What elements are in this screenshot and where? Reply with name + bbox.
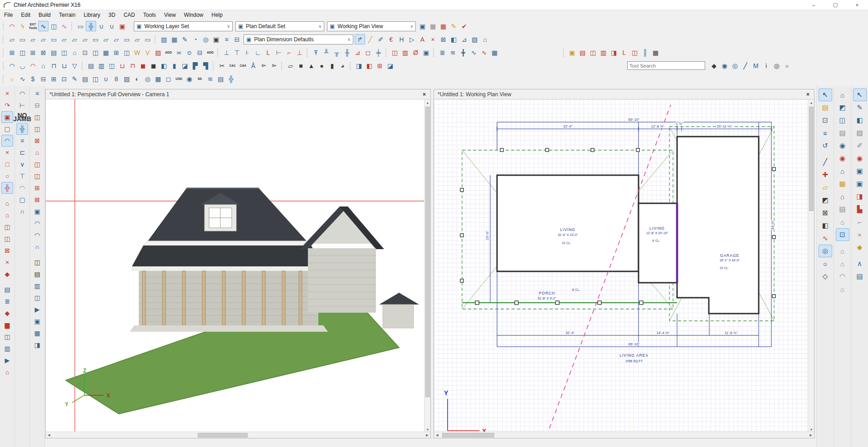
vertical-scrollbar[interactable]: ▲ ▼	[808, 99, 814, 432]
menu-item[interactable]: Edit	[17, 10, 34, 20]
wall-tool[interactable]: ◫	[59, 47, 69, 58]
spray-icon[interactable]: ◧	[853, 114, 867, 127]
frame-check-icon[interactable]: ⊡	[819, 114, 832, 127]
dimension-tool[interactable]: ⊠	[438, 34, 449, 44]
dimension-tool[interactable]: ◧	[449, 34, 459, 44]
wall-x-icon[interactable]: ×	[1, 256, 13, 268]
grid2-icon[interactable]: ▦	[31, 327, 43, 339]
layer-stack-icon[interactable]: ▣	[853, 177, 867, 190]
cabinet-tool[interactable]: ▭	[142, 34, 153, 44]
wall-open-icon[interactable]: ◫	[836, 114, 849, 127]
dimension-tool[interactable]: H	[396, 34, 407, 44]
framing-tool[interactable]: Ŧ	[311, 47, 321, 58]
cad-box-icon[interactable]: □	[1, 158, 13, 170]
add-floor-tool[interactable]: ADD	[163, 47, 174, 58]
vertical-scrollbar[interactable]: ▲ ▼	[424, 99, 430, 432]
close-button[interactable]: ×	[846, 0, 868, 10]
menu-item[interactable]: Build	[34, 10, 55, 20]
default-set-dropdown[interactable]: ▣ Plan Default Set ∨	[235, 21, 324, 31]
cabinet-tool[interactable]: ▱	[28, 34, 38, 44]
toolbar-config-icon[interactable]: ∿	[38, 21, 49, 31]
contour-tool[interactable]: ◐	[132, 74, 142, 84]
dimension-tool[interactable]: ▧	[469, 34, 480, 44]
drag-grip[interactable]	[350, 62, 351, 70]
stair-tool[interactable]: ▮	[169, 60, 180, 71]
wall-tool[interactable]: ⊠	[38, 47, 49, 58]
house-icon[interactable]: ⌂	[1, 209, 13, 221]
spray-check-icon[interactable]: ◎	[819, 245, 832, 257]
face-tool[interactable]: ◧	[364, 60, 375, 71]
framing-tool[interactable]: ╨	[321, 47, 332, 58]
copy-view-icon[interactable]: ▣	[417, 21, 428, 31]
x-box-icon[interactable]: ⊠	[819, 206, 832, 219]
camera-icon[interactable]: ◉	[836, 139, 849, 152]
horizontal-scrollbar[interactable]: ◀ ▶	[46, 432, 430, 438]
louver-icon[interactable]: ≡	[31, 88, 43, 99]
list-tool[interactable]: ▤	[215, 74, 226, 84]
material-tool[interactable]: ▦	[489, 47, 500, 58]
dimension-number-icon[interactable]: ◉	[719, 60, 730, 71]
door-delete-icon[interactable]: ⊠	[1, 245, 13, 256]
fixture-tool[interactable]: ▥	[96, 60, 107, 71]
arch-opening-icon[interactable]: ∩	[31, 241, 43, 253]
door-panel-icon[interactable]: ◫	[1, 221, 13, 233]
wall-tool[interactable]: ▦	[101, 47, 111, 58]
cabinet-bars-icon[interactable]: ▥	[31, 280, 43, 292]
select-arrow-icon[interactable]: ↖	[819, 88, 832, 101]
menu-item[interactable]: Terrain	[55, 10, 80, 20]
terrain-icon[interactable]: ◆	[1, 307, 13, 319]
window-tool-icon[interactable]: ▭	[75, 21, 86, 31]
panel2-icon[interactable]: ▣	[31, 315, 43, 327]
layers2-icon[interactable]: ▣	[853, 165, 867, 177]
dimension-tool[interactable]: ▷	[407, 34, 417, 44]
angle-dimension-tool[interactable]: ⊿	[459, 34, 469, 44]
library-books-icon[interactable]: ▤	[819, 101, 832, 114]
cabinet-tool[interactable]: ▭	[122, 34, 132, 44]
cabinet2-icon[interactable]: ◫	[31, 292, 43, 304]
materials-list-icon[interactable]: M	[751, 60, 761, 71]
shelf-tool[interactable]: ║	[640, 47, 650, 58]
plan-view-tab[interactable]: *Untitled 1: Working Plan View ×	[434, 89, 814, 99]
drag-grip[interactable]	[307, 49, 308, 57]
toolbar-overflow-icon[interactable]: »	[782, 60, 792, 71]
box-house-icon[interactable]: ▦	[836, 177, 849, 190]
shelf-icon[interactable]: ▥	[1, 343, 13, 354]
wall-tool[interactable]: ◫	[122, 47, 132, 58]
annotation-tool[interactable]: ✎	[69, 74, 80, 84]
face-tool[interactable]: ◨	[354, 60, 364, 71]
drag-grip[interactable]	[385, 49, 387, 57]
beam-tool[interactable]: ⊥	[221, 47, 232, 58]
arc-resize-icon[interactable]: ↷	[1, 99, 13, 111]
blue-house-icon[interactable]: ⌂	[836, 165, 849, 177]
drag-grip[interactable]	[71, 22, 73, 30]
dashed-box-icon[interactable]: ▢	[16, 194, 28, 206]
camera-view-tab[interactable]: *Untitled 1: Perspective Full Overview -…	[46, 89, 430, 99]
sketch-curve-icon[interactable]: ∿	[59, 21, 69, 31]
corner-tool[interactable]: ∟	[253, 47, 263, 58]
framing-tool[interactable]: ╥	[332, 47, 342, 58]
scroll-thumb[interactable]	[442, 433, 494, 437]
panel-icon[interactable]: ⊟	[31, 99, 43, 111]
drag-grip[interactable]	[3, 49, 5, 57]
cut-plan-tool[interactable]: ✂	[217, 60, 227, 71]
cabinet-tool[interactable]: ▱	[38, 34, 49, 44]
arch-icon[interactable]: ∩	[16, 206, 28, 217]
cabinet-icon[interactable]: ◫	[1, 331, 13, 343]
edit-tool[interactable]: ✎	[180, 34, 190, 44]
menu-item[interactable]: Window	[180, 10, 208, 20]
cad-plus-icon[interactable]: ✚	[819, 168, 832, 181]
line-tool-icon[interactable]: ╱	[819, 156, 832, 168]
framing-tool[interactable]: ╫	[342, 47, 352, 58]
marquee-select-icon[interactable]: ▢	[1, 123, 13, 135]
door-tool[interactable]: ◫	[390, 47, 400, 58]
fan-papers-icon[interactable]: ◆	[853, 241, 867, 254]
grey-arch-icon[interactable]: ◠	[836, 270, 849, 283]
menu-item[interactable]: File	[0, 10, 17, 20]
window-tool-v[interactable]: V	[142, 47, 153, 58]
drag-grip[interactable]	[155, 35, 156, 44]
undo-icon[interactable]: ∪	[96, 21, 107, 31]
terrain-tool[interactable]: ≋	[205, 74, 215, 84]
fixture-tool[interactable]: ⊔	[117, 60, 127, 71]
x-door-icon[interactable]: ⊠	[31, 135, 43, 147]
house-red-icon[interactable]: ⌂	[1, 366, 13, 378]
